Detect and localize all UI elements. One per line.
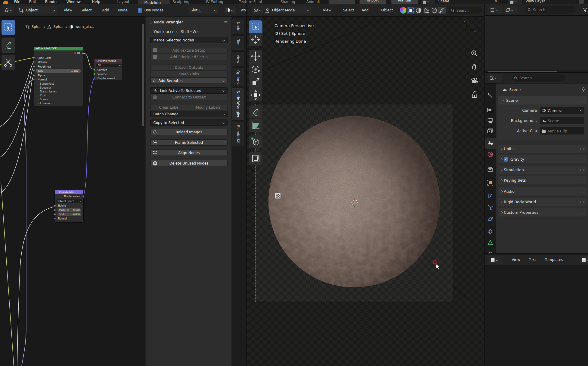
scene-name-field[interactable]: Scene✕ [436,0,499,4]
socket-surface[interactable] [93,69,95,71]
add-reroutes-dropdown[interactable]: Add Reroutes [150,77,228,84]
scene-panel-header[interactable]: Scene [498,96,587,104]
te-menu-templates[interactable]: Templates [545,258,563,262]
shading-material-button[interactable] [423,7,430,14]
axis-gizmo[interactable]: Zx [459,17,478,36]
slot-dropdown[interactable]: Slot 1 [188,6,219,14]
ptab-modifiers[interactable] [487,193,494,201]
panel-keying-sets[interactable]: Keying Sets [498,176,587,184]
ne-menu-add[interactable]: Add [102,8,109,12]
vp-menu-select[interactable]: Select [343,8,354,12]
viewport-search[interactable]: Search [449,7,482,14]
align-nodes-button[interactable]: Align Nodes [150,150,228,156]
scale-field[interactable]: Scale0.030 [57,213,81,216]
outliner-filter-mode[interactable] [504,6,518,14]
vp-tool-select[interactable] [249,20,262,33]
ptab-output[interactable] [487,118,494,126]
tab-blenderkit[interactable]: BlenderKit [232,122,244,147]
editor-type-button[interactable] [3,6,14,14]
socket-displacement-out[interactable] [82,196,84,198]
menu-file[interactable]: File [14,0,20,4]
panel-gravity[interactable]: ✓Gravity [498,155,587,163]
tab-node[interactable]: Node [232,19,244,35]
socket-roughness[interactable] [33,65,35,68]
shading-solid-button[interactable] [415,7,422,14]
menu-render[interactable]: Render [45,0,58,4]
socket-displacement-in[interactable] [93,77,95,79]
batch-change-dropdown[interactable]: Batch Change [150,111,228,117]
use-nodes-checkbox[interactable]: ✓ [138,8,142,13]
ne-menu-select[interactable]: Select [81,8,92,12]
gizmo-toggle-button[interactable] [407,7,415,14]
delete-unused-nodes-button[interactable]: ✕Delete Unused Nodes [150,160,228,166]
vp-tool-annotate[interactable] [249,105,262,118]
node-header[interactable]: Principled BSDF [34,47,83,50]
ptab-world[interactable] [487,151,494,159]
background-prop-field[interactable]: Scene [540,117,584,124]
node-header[interactable]: Displacement [55,190,83,194]
vp-menu-view[interactable]: View [323,8,331,12]
ne-menu-view[interactable]: View [64,8,72,12]
panel-grip[interactable] [224,21,228,23]
panel-rigid-body-world[interactable]: Rigid Body World [498,198,587,206]
socket-disp-normal[interactable] [54,218,56,220]
swap-links-button[interactable]: Swap Links [150,71,228,77]
ne-tool-links-cut[interactable] [2,55,15,70]
new-viewlayer-icon[interactable] [579,0,584,4]
pin-icon[interactable] [581,87,586,92]
vp-tool-move[interactable] [249,50,262,63]
node-header[interactable]: Material Output [94,59,122,62]
node-displacement[interactable]: Displacement Displacement Object Space H… [55,190,83,222]
camera-prop-field[interactable]: Camera✕ [540,107,584,114]
socket-alpha[interactable] [33,74,35,76]
frame-selected-button[interactable]: Frame Selected [150,139,228,146]
zoom-icon[interactable] [471,50,478,57]
workspace-tab-texturepaint[interactable]: Texture Paint [239,0,262,4]
region-divider[interactable] [485,70,588,73]
ptab-physics[interactable] [487,216,494,224]
ptab-viewlayer[interactable] [487,128,494,136]
ptab-collection[interactable] [487,166,494,174]
ne-tool-annotate[interactable] [2,38,15,53]
ptab-particles[interactable] [487,204,494,212]
socket-bsdf-out[interactable] [82,52,84,54]
te-menu-view[interactable]: View [512,258,520,262]
panel-units[interactable]: Units [498,145,587,153]
merge-selected-nodes-dropdown[interactable]: Merge Selected Nodes [150,37,228,43]
workspace-tab-modeling[interactable]: Modeling [138,0,170,4]
viewport[interactable]: Camera Perspective (2) Set | Sphere Rend… [247,4,484,366]
pan-hand-icon[interactable] [471,63,478,70]
node-principled-bsdf[interactable]: Principled BSDF BSDF Base Color Metallic… [34,47,83,106]
material-preview-button[interactable] [224,6,236,14]
vp-tool-scale[interactable] [249,76,262,89]
node-material-output[interactable]: Material Output All Surface Volume Displ… [94,59,123,80]
modify-labels-button[interactable]: Modify Labels [189,104,228,110]
link-active-to-selected-dropdown[interactable]: Link Active To Selected [150,87,228,94]
ptab-data[interactable] [487,239,494,247]
ne-tool-select[interactable] [2,20,15,35]
menu-window[interactable]: Window [66,0,81,4]
lock-icon[interactable] [471,91,478,98]
scene-browse-button[interactable] [421,0,435,4]
viewlayer-name-field[interactable]: View Layer [523,0,576,4]
vp-tool-transform[interactable] [249,89,262,101]
blender-logo-icon[interactable] [3,1,8,4]
blenderkit-logo-icon[interactable] [400,7,407,14]
vp-tool-extrude[interactable] [249,152,262,165]
nw-panel-header[interactable]: Node Wrangler [149,20,183,24]
camera-view-icon[interactable] [470,77,479,84]
manual-button[interactable]: Manual [391,0,418,4]
copy-to-selected-dropdown[interactable]: Copy to Selected [150,119,228,126]
workspace-tab-shading[interactable]: Shading [280,0,295,4]
properties-editor-type[interactable] [488,74,502,82]
outliner-search[interactable]: Search [525,6,576,14]
socket-basecolor[interactable] [33,57,35,59]
shader-type-dropdown[interactable]: Object [17,6,57,14]
scene-unlink-icon[interactable]: ✕ [495,0,497,3]
gravity-checkbox[interactable]: ✓ [504,157,508,162]
shading-rendered-button[interactable] [430,7,438,14]
vp-menu-add[interactable]: Add [362,8,369,12]
midlevel-field[interactable]: Midlevel0.500 [57,208,81,212]
overlays-button[interactable] [438,7,446,14]
tab-tool[interactable]: Tool [232,36,244,50]
